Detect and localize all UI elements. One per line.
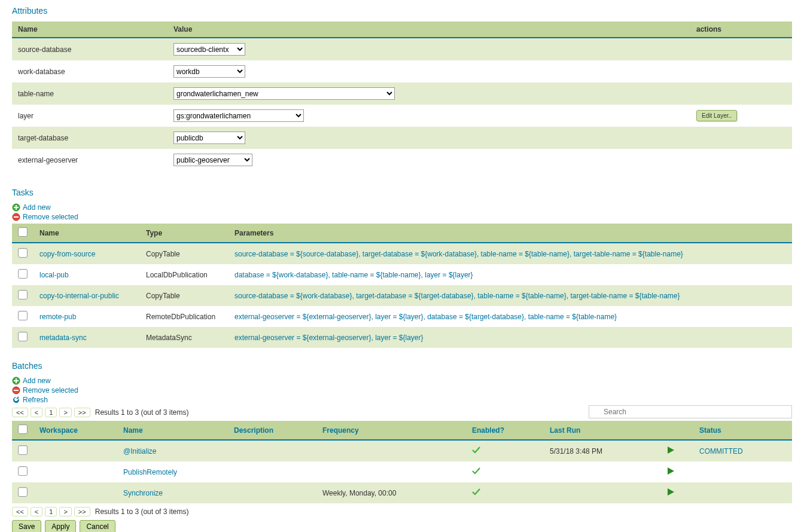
edit-layer-button[interactable]: Edit Layer.. (696, 110, 737, 121)
attribute-row: external-geoserverpublic-geoserver (12, 149, 792, 171)
attribute-value-select[interactable]: gs:grondwaterlichamen (173, 109, 304, 122)
pager-summary: Results 1 to 3 (out of 3 items) (95, 507, 189, 516)
batch-checkbox[interactable] (18, 466, 28, 476)
batches-col-status[interactable]: Status (699, 426, 721, 435)
attribute-value-select[interactable]: sourcedb-clientx (173, 43, 245, 56)
pager-prev-button[interactable]: < (31, 408, 42, 417)
task-checkbox[interactable] (18, 269, 28, 279)
task-checkbox[interactable] (18, 290, 28, 299)
batch-row: SynchronizeWeekly, Monday, 00:00 (12, 482, 792, 503)
attribute-row: source-databasesourcedb-clientx (12, 38, 792, 60)
batch-name-link[interactable]: PublishRemotely (123, 468, 177, 476)
attribute-row: layergs:grondwaterlichamenEdit Layer.. (12, 105, 792, 127)
batch-frequency (316, 461, 466, 482)
tasks-add-link[interactable]: Add new (23, 203, 51, 212)
pager-last-button[interactable]: >> (74, 507, 90, 516)
batches-remove-link[interactable]: Remove selected (23, 386, 78, 395)
batch-lastrun (544, 461, 660, 482)
batch-name-link[interactable]: Synchronize (123, 489, 163, 497)
tasks-heading: Tasks (12, 188, 792, 197)
batch-name-link[interactable]: @Initialize (123, 447, 157, 455)
task-row: local-pubLocalDbPublicationdatabase = ${… (12, 264, 792, 285)
remove-icon (12, 386, 20, 395)
task-checkbox[interactable] (18, 248, 28, 258)
task-name-link[interactable]: local-pub (39, 271, 69, 279)
tasks-col-name: Name (34, 224, 140, 243)
batches-col-description[interactable]: Description (234, 426, 273, 435)
apply-button[interactable]: Apply (45, 520, 76, 532)
tasks-select-all-checkbox[interactable] (18, 227, 28, 237)
batch-checkbox[interactable] (18, 445, 28, 455)
batches-table: Workspace Name Description Frequency Ena… (12, 421, 792, 503)
pager-page-button[interactable]: 1 (45, 408, 57, 417)
attribute-value-select[interactable]: workdb (173, 65, 245, 78)
batches-col-workspace[interactable]: Workspace (39, 426, 78, 435)
batch-description (228, 482, 316, 503)
task-name-link[interactable]: copy-from-source (39, 250, 95, 258)
attribute-value-select[interactable]: publicdb (173, 132, 245, 144)
task-checkbox[interactable] (18, 332, 28, 341)
batch-status-link[interactable]: COMMITTED (699, 447, 743, 455)
pager-prev-button[interactable]: < (31, 507, 42, 516)
task-type: CopyTable (140, 243, 229, 264)
attribute-value-select[interactable]: grondwaterlichamen_new (173, 87, 395, 100)
task-type: MetadataSync (140, 327, 229, 348)
task-row: copy-from-sourceCopyTablesource-database… (12, 243, 792, 264)
attribute-row: table-namegrondwaterlichamen_new (12, 82, 792, 105)
batches-refresh-link[interactable]: Refresh (23, 396, 48, 404)
attribute-name: table-name (12, 82, 168, 105)
task-name-link[interactable]: metadata-sync (39, 334, 87, 342)
batch-workspace (34, 440, 117, 461)
attributes-table: Name Value actions source-databasesource… (12, 22, 792, 171)
check-icon (472, 447, 480, 455)
play-icon[interactable] (666, 490, 675, 498)
batch-checkbox[interactable] (18, 487, 28, 497)
tasks-table: Name Type Parameters copy-from-sourceCop… (12, 224, 792, 348)
attribute-name: source-database (12, 38, 168, 60)
batches-col-lastrun[interactable]: Last Run (550, 426, 580, 435)
batches-search-input[interactable] (589, 405, 792, 418)
attribute-name: layer (12, 105, 168, 127)
pager-next-button[interactable]: > (59, 507, 71, 516)
check-icon (472, 468, 480, 476)
task-parameters: external-geoserver = ${external-geoserve… (234, 313, 617, 321)
check-icon (472, 489, 480, 497)
batch-frequency (316, 440, 466, 461)
batches-heading: Batches (12, 361, 792, 371)
attribute-value-select[interactable]: public-geoserver (173, 154, 252, 166)
batches-col-enabled[interactable]: Enabled? (472, 426, 504, 435)
play-icon[interactable] (666, 469, 675, 477)
play-icon[interactable] (666, 448, 675, 456)
batches-add-link[interactable]: Add new (23, 377, 51, 385)
pager-first-button[interactable]: << (12, 507, 28, 516)
task-type: LocalDbPublication (140, 264, 229, 285)
add-icon (12, 203, 20, 212)
remove-icon (12, 213, 20, 221)
batch-lastrun: 5/31/18 3:48 PM (544, 440, 660, 461)
task-row: copy-to-internal-or-publicCopyTablesourc… (12, 285, 792, 306)
pager-last-button[interactable]: >> (74, 408, 90, 417)
batches-col-name[interactable]: Name (123, 426, 143, 435)
pager-first-button[interactable]: << (12, 408, 28, 417)
batch-description (228, 461, 316, 482)
task-name-link[interactable]: copy-to-internal-or-public (39, 292, 119, 300)
add-icon (12, 377, 20, 385)
cancel-button[interactable]: Cancel (80, 520, 115, 532)
attribute-name: target-database (12, 127, 168, 149)
attribute-row: target-databasepublicdb (12, 127, 792, 149)
task-checkbox[interactable] (18, 311, 28, 320)
task-parameters: external-geoserver = ${external-geoserve… (234, 334, 424, 342)
tasks-remove-link[interactable]: Remove selected (23, 213, 78, 221)
batches-select-all-checkbox[interactable] (18, 424, 28, 434)
refresh-icon (12, 396, 20, 404)
task-name-link[interactable]: remote-pub (39, 313, 76, 321)
save-button[interactable]: Save (12, 520, 41, 532)
pager-next-button[interactable]: > (59, 408, 71, 417)
task-parameters: source-database = ${source-database}, ta… (234, 250, 683, 258)
pager-summary: Results 1 to 3 (out of 3 items) (95, 408, 189, 417)
batch-workspace (34, 461, 117, 482)
batch-row: PublishRemotely (12, 461, 792, 482)
batch-lastrun (544, 482, 660, 503)
batches-col-frequency[interactable]: Frequency (322, 426, 359, 435)
pager-page-button[interactable]: 1 (45, 507, 57, 516)
